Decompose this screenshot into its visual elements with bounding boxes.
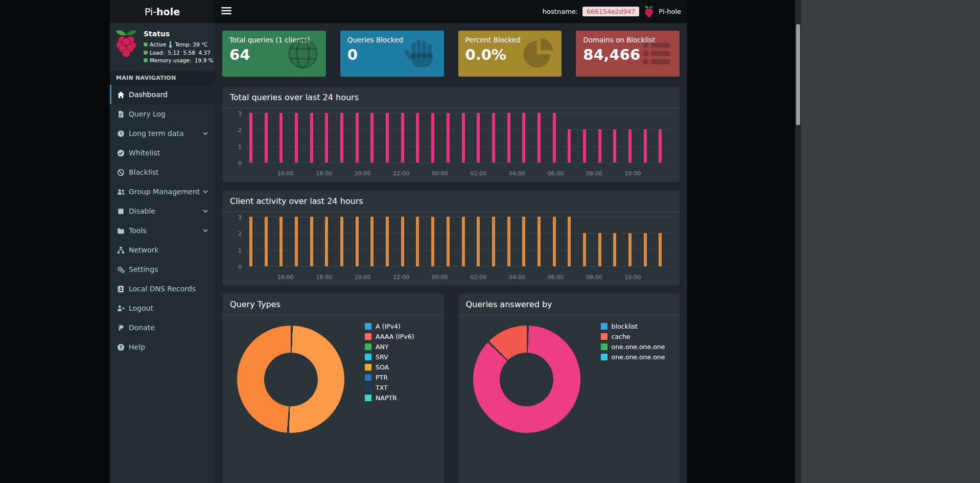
chart-bar[interactable] [431, 217, 434, 266]
sidebar-item-whitelist[interactable]: Whitelist [110, 143, 215, 163]
client-activity-chart[interactable]: 321016:0018:0020:0022:0000:0002:0004:000… [222, 212, 680, 285]
chart-bar[interactable] [522, 217, 525, 266]
chart-bar[interactable] [325, 113, 328, 163]
chart-bar[interactable] [492, 217, 495, 266]
chart-bar[interactable] [613, 233, 616, 266]
chart-bar[interactable] [370, 113, 374, 163]
legend-item-one-one-one-one[interactable]: one.one.one.one [601, 343, 665, 351]
chart-bar[interactable] [568, 217, 571, 266]
legend-item-soa[interactable]: SOA [365, 363, 414, 371]
legend-item-aaaa-ipv6[interactable]: AAAA (IPv6) [365, 333, 414, 340]
sidebar-item-long-term-data[interactable]: Long term data [110, 124, 215, 143]
chart-bar[interactable] [370, 217, 374, 266]
chart-bar[interactable] [265, 217, 268, 266]
status-dot [144, 58, 148, 62]
chart-bar[interactable] [431, 113, 434, 163]
chart-bar[interactable] [295, 217, 298, 266]
chart-bar[interactable] [628, 233, 632, 266]
chart-bar[interactable] [462, 217, 465, 266]
chart-bar[interactable] [356, 113, 359, 163]
chart-bar[interactable] [249, 217, 252, 266]
sidebar-item-label: Help [129, 343, 145, 351]
y-axis-label: 0 [238, 264, 242, 270]
legend-item-cache[interactable]: cache [601, 333, 665, 340]
sidebar-item-network[interactable]: Network [110, 240, 215, 260]
chart-bar[interactable] [538, 217, 541, 266]
sidebar-item-settings[interactable]: Settings [110, 260, 215, 279]
chart-bar[interactable] [477, 217, 480, 266]
donut-hole [500, 353, 553, 406]
chart-bar[interactable] [522, 113, 525, 163]
sidebar-item-query-log[interactable]: Query Log [110, 104, 215, 124]
chart-bar[interactable] [598, 129, 601, 163]
chart-bar[interactable] [462, 113, 465, 163]
chart-bar[interactable] [310, 113, 313, 163]
chart-bar[interactable] [279, 113, 283, 163]
sidebar-item-tools[interactable]: Tools [110, 221, 215, 240]
chart-bar[interactable] [659, 129, 662, 163]
legend-item-any[interactable]: ANY [365, 343, 414, 351]
sidebar-item-logout[interactable]: Logout [110, 298, 215, 318]
queries-answered-donut[interactable] [473, 326, 580, 433]
legend-item-naptr[interactable]: NAPTR [365, 394, 414, 402]
brand-logo[interactable]: Pi-hole [110, 0, 215, 23]
chart-bar[interactable] [249, 113, 252, 163]
sidebar-toggle-button[interactable] [215, 0, 238, 23]
chart-bar[interactable] [310, 217, 313, 266]
chart-bar[interactable] [386, 113, 389, 163]
x-axis-label: 10:00 [625, 170, 641, 177]
chart-bar[interactable] [265, 113, 268, 163]
chart-bar[interactable] [401, 113, 404, 163]
legend-item-blocklist[interactable]: blocklist [601, 323, 665, 330]
legend-item-ptr[interactable]: PTR [365, 374, 414, 381]
chart-bar[interactable] [553, 113, 556, 163]
sidebar-item-help[interactable]: ?Help [110, 337, 215, 357]
scrollbar-thumb[interactable] [796, 24, 800, 125]
query-types-donut[interactable] [237, 326, 344, 433]
chart-bar[interactable] [340, 113, 343, 163]
chart-bar[interactable] [386, 217, 389, 266]
chart-bar[interactable] [553, 217, 556, 266]
sidebar-item-blacklist[interactable]: Blacklist [110, 163, 215, 182]
chart-bar[interactable] [401, 217, 404, 266]
chart-bar[interactable] [583, 233, 586, 266]
chart-bar[interactable] [598, 233, 601, 266]
chart-bar[interactable] [628, 129, 632, 163]
chart-bar[interactable] [356, 217, 359, 266]
chart-bar[interactable] [644, 233, 647, 266]
chart-bar[interactable] [659, 233, 662, 266]
legend-item-txt[interactable]: TXT [365, 384, 414, 392]
chart-bar[interactable] [340, 217, 343, 266]
total-queries-chart[interactable]: 321016:0018:0020:0022:0000:0002:0004:000… [222, 108, 680, 181]
chart-bar[interactable] [447, 113, 450, 163]
chart-bar[interactable] [538, 113, 541, 163]
chart-bar[interactable] [568, 129, 571, 163]
sidebar-item-local-dns-records[interactable]: Local DNS Records [110, 279, 215, 298]
chart-bar[interactable] [583, 129, 586, 163]
sidebar-item-dashboard[interactable]: Dashboard [110, 85, 215, 104]
chart-bar[interactable] [325, 217, 328, 266]
chart-bar[interactable] [295, 113, 298, 163]
x-axis-label: 10:00 [625, 274, 641, 281]
legend-item-one-one-one-one[interactable]: one.one.one.one [601, 353, 665, 361]
chart-bar[interactable] [477, 113, 480, 163]
chart-bar[interactable] [279, 217, 283, 266]
legend-item-a-ipv4[interactable]: A (IPv4) [365, 323, 414, 330]
x-axis-label: 06:00 [548, 274, 564, 281]
chart-bar[interactable] [416, 217, 419, 266]
sidebar-item-donate[interactable]: Donate [110, 318, 215, 337]
chart-bar[interactable] [447, 217, 450, 266]
chart-bar[interactable] [507, 217, 510, 266]
x-axis-label: 00:00 [432, 274, 448, 281]
legend-item-srv[interactable]: SRV [365, 353, 414, 361]
sidebar-item-disable[interactable]: Disable [110, 201, 215, 221]
sidebar-item-group-management[interactable]: Group Management [110, 182, 215, 201]
legend-color-chip [365, 395, 371, 401]
chart-bar[interactable] [613, 129, 616, 163]
chart-bar[interactable] [507, 113, 510, 163]
chart-bar[interactable] [644, 129, 647, 163]
y-axis-label: 2 [238, 231, 242, 237]
scrollbar[interactable] [795, 0, 801, 483]
chart-bar[interactable] [416, 113, 419, 163]
chart-bar[interactable] [492, 113, 495, 163]
